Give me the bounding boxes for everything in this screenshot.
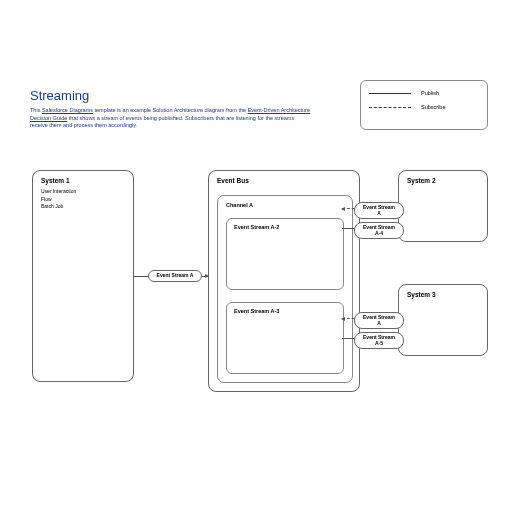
event-stream-a3-box: Event Stream A-3	[226, 302, 344, 374]
system-1-items: User Interaction Flow Batch Job	[33, 186, 133, 213]
system-1-item: Flow	[41, 196, 125, 204]
event-stream-a3-title: Event Stream A-3	[227, 303, 343, 319]
diagram-description: This Salesforce Diagrams template is an …	[30, 107, 310, 130]
system-2-title: System 2	[399, 171, 487, 186]
channel-a-box: Channel A Event Stream A-2 Event Stream …	[217, 195, 353, 383]
system-3-title: System 3	[399, 285, 487, 300]
legend-dashed-line-icon	[369, 107, 411, 108]
pill-event-stream-a5: Event Stream A-5	[354, 332, 404, 349]
pill-event-stream-a-sub2: Event Stream A	[354, 312, 404, 329]
pill-event-stream-a: Event Stream A	[148, 270, 202, 282]
event-stream-a2-box: Event Stream A-2	[226, 218, 344, 290]
pill-event-stream-a4: Event Stream A-4	[354, 222, 404, 239]
legend-solid-line-icon	[369, 93, 411, 94]
system-1-title: System 1	[33, 171, 133, 186]
legend-box: Publish Subscribe	[360, 80, 488, 130]
legend-subscribe-row: Subscribe	[369, 100, 479, 114]
salesforce-diagrams-link[interactable]: Salesforce Diagrams	[42, 107, 93, 113]
desc-text-pre: This	[30, 107, 42, 113]
event-bus-box: Event Bus Channel A Event Stream A-2 Eve…	[208, 170, 360, 392]
system-1-box: System 1 User Interaction Flow Batch Job	[32, 170, 134, 382]
diagram-canvas: Streaming This Salesforce Diagrams templ…	[0, 0, 516, 516]
event-bus-title: Event Bus	[209, 171, 359, 186]
system-3-box: System 3	[398, 284, 488, 356]
pill-event-stream-a-sub1: Event Stream A	[354, 202, 404, 219]
system-2-box: System 2	[398, 170, 488, 242]
desc-text-post: that shows a stream of events being publ…	[30, 115, 294, 129]
legend-subscribe-label: Subscribe	[421, 104, 445, 110]
legend-publish-row: Publish	[369, 86, 479, 100]
legend-publish-label: Publish	[421, 90, 439, 96]
channel-a-title: Channel A	[218, 196, 352, 210]
event-stream-a2-title: Event Stream A-2	[227, 219, 343, 235]
system-1-item: Batch Job	[41, 203, 125, 211]
desc-text-mid: template is an example Solution Architec…	[93, 107, 248, 113]
system-1-item: User Interaction	[41, 188, 125, 196]
